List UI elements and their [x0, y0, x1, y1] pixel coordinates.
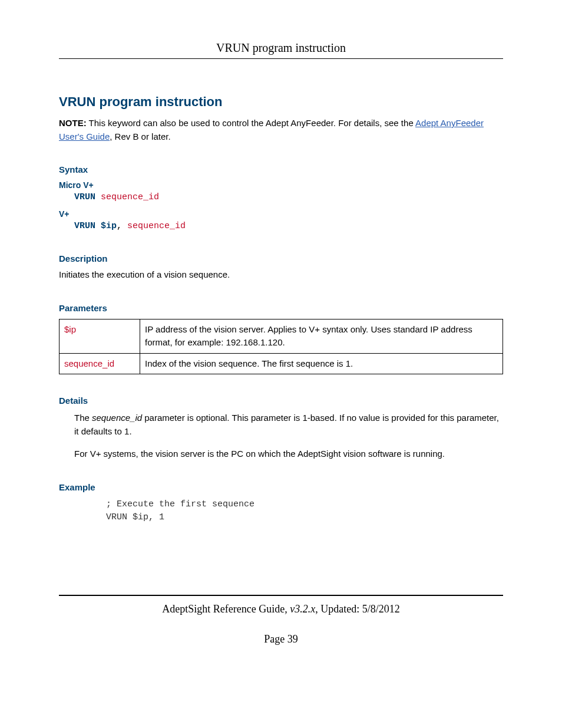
syntax-keyword: VRUN [74, 192, 95, 202]
table-row: sequence_id Index of the vision sequence… [59, 353, 503, 374]
syntax-param: sequence_id [95, 192, 159, 202]
example-comment: ; Execute the first sequence [106, 498, 503, 512]
syntax-micro-code: VRUN sequence_id [74, 191, 503, 203]
syntax-param: sequence_id [122, 221, 186, 231]
page-number: Page 39 [59, 633, 503, 645]
details-p1-a: The [74, 413, 92, 423]
page-title: VRUN program instruction [59, 94, 503, 110]
details-block: The sequence_id parameter is optional. T… [74, 411, 503, 461]
footer-version: v3.2.x [290, 603, 315, 615]
footer-updated: , Updated: 5/8/2012 [315, 603, 399, 615]
vplus-label: V+ [59, 209, 503, 219]
syntax-keyword: VRUN $ip [74, 221, 117, 231]
running-header: VRUN program instruction [59, 41, 503, 59]
syntax-comma: , [117, 221, 122, 231]
example-heading: Example [59, 482, 503, 492]
footer-text: AdeptSight Reference Guide, v3.2.x, Upda… [59, 603, 503, 615]
param-name-cell: sequence_id [59, 353, 140, 374]
example-block: ; Execute the first sequence VRUN $ip, 1 [106, 498, 503, 525]
syntax-heading: Syntax [59, 164, 503, 174]
param-name-cell: $ip [59, 319, 140, 353]
description-text: Initiates the execution of a vision sequ… [59, 268, 503, 282]
parameters-table: $ip IP address of the vision server. App… [59, 319, 503, 375]
param-desc-cell: IP address of the vision server. Applies… [140, 319, 503, 353]
description-heading: Description [59, 253, 503, 263]
footer-rule [59, 595, 503, 596]
footer-sep: , [285, 603, 290, 615]
footer-guide: AdeptSight Reference Guide [162, 603, 285, 615]
table-row: $ip IP address of the vision server. App… [59, 319, 503, 353]
page-footer: AdeptSight Reference Guide, v3.2.x, Upda… [59, 595, 503, 645]
example-code: VRUN $ip, 1 [106, 511, 503, 525]
parameters-heading: Parameters [59, 303, 503, 313]
details-paragraph-1: The sequence_id parameter is optional. T… [74, 411, 503, 438]
note-label: NOTE: [59, 118, 87, 128]
details-p1-param: sequence_id [92, 413, 142, 423]
micro-vplus-label: Micro V+ [59, 180, 503, 190]
note-text-2: , Rev B or later. [110, 131, 170, 141]
details-heading: Details [59, 396, 503, 406]
note-paragraph: NOTE: This keyword can also be used to c… [59, 117, 503, 143]
param-desc-cell: Index of the vision sequence. The first … [140, 353, 503, 374]
details-paragraph-2: For V+ systems, the vision server is the… [74, 447, 503, 461]
syntax-vplus-code: VRUN $ip, sequence_id [74, 220, 503, 232]
note-text-1: This keyword can also be used to control… [87, 118, 415, 128]
